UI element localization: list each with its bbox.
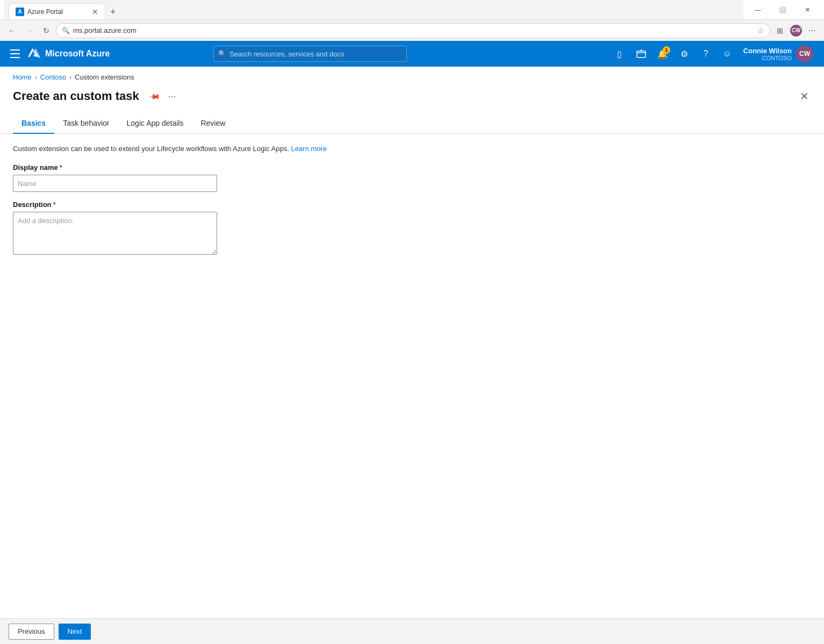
- browser-menu-buttons: ⊞ CW ⋯: [772, 23, 820, 38]
- user-name: Connie Wilson: [743, 47, 792, 55]
- display-name-label: Display name *: [13, 163, 811, 171]
- collections-button[interactable]: ⊞: [772, 23, 787, 38]
- breadcrumb-separator-2: ›: [69, 74, 71, 81]
- browser-titlebar: A Azure Portal ✕ + — ⬜ ✕: [0, 0, 824, 19]
- page-header: Create an custom task 📌 ⋯ ✕: [0, 85, 824, 113]
- refresh-button[interactable]: ↻: [39, 23, 54, 38]
- settings-button[interactable]: ⚙: [675, 44, 694, 63]
- azure-logo-text: Microsoft Azure: [45, 49, 110, 59]
- bottom-navigation-bar: Previous Next: [0, 618, 824, 644]
- hamburger-menu[interactable]: [6, 45, 24, 62]
- form-description: Custom extension can be used to extend y…: [13, 145, 811, 153]
- azure-tab-icon: A: [16, 8, 24, 16]
- topbar-icons: ▯ 🔔 1 ⚙ ? ☺ Connie Wilson CONTOSO CW: [610, 43, 818, 65]
- window-controls: — ⬜ ✕: [746, 2, 820, 18]
- description-field: Description *: [13, 201, 811, 256]
- directory-button[interactable]: [632, 44, 651, 63]
- close-window-button[interactable]: ✕: [795, 2, 820, 18]
- tab-task-behavior[interactable]: Task behavior: [54, 113, 118, 134]
- learn-more-link[interactable]: Learn more: [291, 145, 326, 153]
- browser-window: A Azure Portal ✕ + — ⬜ ✕ ← → ↻ 🔍 ☆ ⊞ CW: [0, 0, 824, 41]
- tab-review[interactable]: Review: [192, 113, 234, 134]
- svg-rect-0: [637, 51, 646, 58]
- user-org: CONTOSO: [743, 55, 792, 61]
- tab-close-button[interactable]: ✕: [92, 8, 98, 16]
- previous-button[interactable]: Previous: [9, 624, 54, 640]
- browser-tabs: A Azure Portal ✕ +: [4, 0, 743, 19]
- azure-logo[interactable]: Microsoft Azure: [28, 47, 110, 60]
- minimize-button[interactable]: —: [746, 2, 770, 18]
- address-bar[interactable]: 🔍 ☆: [56, 23, 770, 38]
- cloud-shell-button[interactable]: ▯: [610, 44, 629, 63]
- tabs-bar: Basics Task behavior Logic App details R…: [0, 113, 824, 134]
- breadcrumb-current: Custom extensions: [75, 73, 134, 81]
- forward-button[interactable]: →: [22, 23, 37, 38]
- azure-search-bar[interactable]: 🔍: [213, 46, 407, 62]
- display-name-input[interactable]: [13, 175, 217, 192]
- tab-logic-app-details[interactable]: Logic App details: [118, 113, 192, 134]
- display-name-field: Display name *: [13, 163, 811, 192]
- address-input[interactable]: [73, 26, 754, 34]
- more-options-icon[interactable]: ⋯: [166, 89, 178, 104]
- notifications-button[interactable]: 🔔 1: [653, 44, 672, 63]
- portal-content: Home › Contoso › Custom extensions Creat…: [0, 67, 824, 644]
- notification-badge: 1: [663, 46, 670, 54]
- breadcrumb-contoso[interactable]: Contoso: [40, 73, 66, 81]
- avatar: CW: [796, 45, 813, 62]
- new-tab-button[interactable]: +: [105, 4, 120, 19]
- breadcrumb-separator-1: ›: [35, 74, 37, 81]
- page-header-icons: 📌 ⋯: [148, 89, 178, 104]
- back-button[interactable]: ←: [4, 23, 19, 38]
- feedback-button[interactable]: ☺: [718, 44, 737, 63]
- profile-button[interactable]: CW: [789, 23, 804, 38]
- search-icon: 🔍: [62, 27, 70, 34]
- restore-button[interactable]: ⬜: [770, 2, 795, 18]
- tab-basics[interactable]: Basics: [13, 113, 54, 134]
- form-content: Custom extension can be used to extend y…: [0, 134, 824, 644]
- required-star-1: *: [60, 163, 62, 171]
- breadcrumb: Home › Contoso › Custom extensions: [0, 67, 824, 85]
- search-icon: 🔍: [218, 50, 226, 58]
- close-panel-button[interactable]: ✕: [798, 88, 811, 105]
- browser-settings-button[interactable]: ⋯: [805, 23, 820, 38]
- page-title: Create an custom task: [13, 89, 139, 103]
- favorites-icon[interactable]: ☆: [757, 26, 764, 35]
- next-button[interactable]: Next: [59, 624, 91, 640]
- azure-logo-icon: [28, 47, 41, 60]
- tab-title: Azure Portal: [27, 8, 63, 16]
- breadcrumb-home[interactable]: Home: [13, 73, 32, 81]
- svg-point-1: [640, 49, 642, 51]
- description-label: Description *: [13, 201, 811, 209]
- azure-topbar: Microsoft Azure 🔍 ▯ 🔔 1 ⚙ ? ☺ Connie Wil…: [0, 41, 824, 67]
- user-section[interactable]: Connie Wilson CONTOSO CW: [739, 43, 818, 65]
- help-button[interactable]: ?: [696, 44, 715, 63]
- pin-icon[interactable]: 📌: [145, 87, 164, 106]
- browser-toolbar: ← → ↻ 🔍 ☆ ⊞ CW ⋯: [0, 19, 824, 41]
- required-star-2: *: [53, 201, 56, 209]
- azure-portal: Microsoft Azure 🔍 ▯ 🔔 1 ⚙ ? ☺ Connie Wil…: [0, 41, 824, 644]
- description-textarea[interactable]: [13, 212, 217, 255]
- active-browser-tab[interactable]: A Azure Portal ✕: [9, 3, 105, 19]
- azure-search-input[interactable]: [230, 50, 402, 58]
